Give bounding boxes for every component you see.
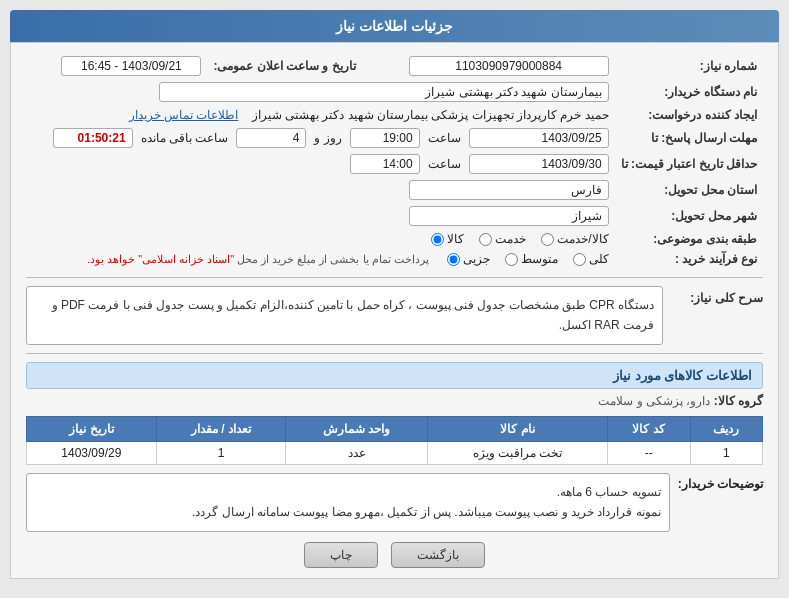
category-label: طبقه بندی موضوعی: xyxy=(615,229,763,249)
cell-name: تخت مراقبت ویژه xyxy=(428,441,607,464)
remaining-label: ساعت باقی مانده xyxy=(141,131,229,145)
purchase-note: پرداخت تمام یا بخشی از مبلغ خرید از محل … xyxy=(87,253,429,266)
col-date: تاریخ نیاز xyxy=(27,416,157,441)
reply-days-input[interactable] xyxy=(236,128,306,148)
description-label: سرح کلی نیاز: xyxy=(673,286,763,305)
category-options: کالا/خدمت خدمت کالا xyxy=(26,229,615,249)
goods-group-row: گروه کالا: دارو، پزشکی و سلامت xyxy=(26,394,763,408)
price-time-label: ساعت xyxy=(428,157,461,171)
purchase-radio-mota[interactable]: متوسط xyxy=(505,252,558,266)
page-title: جزئیات اطلاعات نیاز xyxy=(336,18,453,34)
reply-deadline-label-text: مهلت ارسال پاسخ: تا xyxy=(651,131,757,145)
price-deadline-label-text: حداقل تاریخ اعتبار قیمت: تا xyxy=(621,157,757,171)
datetime-label: تاریخ و ساعت اعلان عمومی: xyxy=(207,53,361,79)
category-radio-kala[interactable]: کالا xyxy=(431,232,464,246)
goods-group-value: دارو، پزشکی و سلامت xyxy=(598,394,710,408)
goods-group-label: گروه کالا: xyxy=(714,394,763,408)
category-radio-kala-khedmat[interactable]: کالا/خدمت xyxy=(541,232,608,246)
price-time-input[interactable] xyxy=(350,154,420,174)
page-wrapper: جزئیات اطلاعات نیاز شماره نیاز: تاریخ و … xyxy=(0,0,789,598)
time-label: ساعت xyxy=(428,131,461,145)
description-text: دستگاه CPR طبق مشخصات جدول فنی پیوست ، ک… xyxy=(26,286,663,345)
cell-unit: عدد xyxy=(286,441,428,464)
reply-remaining-input[interactable] xyxy=(53,128,133,148)
price-date-input[interactable] xyxy=(469,154,609,174)
buyer-notes-line2: نمونه قرارداد خرید و نصب پیوست میباشد. پ… xyxy=(35,502,661,522)
need-number-input[interactable] xyxy=(409,56,609,76)
creator-label: ایجاد کننده درخواست: xyxy=(615,105,763,125)
reply-time-input[interactable] xyxy=(350,128,420,148)
page-header: جزئیات اطلاعات نیاز xyxy=(10,10,779,42)
col-row: ردیف xyxy=(690,416,762,441)
price-deadline-label: حداقل تاریخ اعتبار قیمت: تا xyxy=(615,151,763,177)
purchase-radio-jozei-input[interactable] xyxy=(447,253,460,266)
purchase-radio-koli[interactable]: کلی xyxy=(573,252,609,266)
buyer-org-value xyxy=(26,79,615,105)
creator-text: حمید خرم کارپرداز تجهیزات پزشکی بیمارستا… xyxy=(252,108,609,122)
buyer-notes-line1: تسویه حساب 6 ماهه. xyxy=(35,482,661,502)
city-value xyxy=(26,203,615,229)
purchase-radio-jozei[interactable]: جزیی xyxy=(447,252,490,266)
datetime-input[interactable] xyxy=(61,56,201,76)
buyer-org-label: نام دستگاه خریدار: xyxy=(615,79,763,105)
buyer-notes-text: تسویه حساب 6 ماهه. نمونه قرارداد خرید و … xyxy=(26,473,670,532)
divider1 xyxy=(26,277,763,278)
creator-contact-link[interactable]: اطلاعات تماس خریدار xyxy=(129,108,239,122)
city-label: شهر محل تحویل: xyxy=(615,203,763,229)
purchase-type-row: کلی متوسط جزیی xyxy=(26,249,615,269)
creator-value: حمید خرم کارپرداز تجهیزات پزشکی بیمارستا… xyxy=(26,105,615,125)
col-code: کد کالا xyxy=(607,416,690,441)
category-radio-khedmat-input[interactable] xyxy=(479,233,492,246)
days-label: روز و xyxy=(314,131,341,145)
purchase-type-label: نوع فرآیند خرید : xyxy=(615,249,763,269)
city-input[interactable] xyxy=(409,206,609,226)
print-button[interactable]: چاپ xyxy=(304,542,378,568)
divider2 xyxy=(26,353,763,354)
province-value xyxy=(26,177,615,203)
cell-date: 1403/09/29 xyxy=(27,441,157,464)
table-row: 1--تخت مراقبت ویژهعدد11403/09/29 xyxy=(27,441,763,464)
category-radio-kala-khedmat-input[interactable] xyxy=(541,233,554,246)
category-radio-khedmat[interactable]: خدمت xyxy=(479,232,526,246)
buyer-notes-section: توضیحات خریدار: تسویه حساب 6 ماهه. نمونه… xyxy=(26,473,763,532)
main-content: شماره نیاز: تاریخ و ساعت اعلان عمومی: نا… xyxy=(10,42,779,579)
back-button[interactable]: بازگشت xyxy=(391,542,485,568)
goods-table: ردیف کد کالا نام کالا واحد شمارش تعداد /… xyxy=(26,416,763,465)
col-qty: تعداد / مقدار xyxy=(156,416,286,441)
info-table: شماره نیاز: تاریخ و ساعت اعلان عمومی: نا… xyxy=(26,53,763,269)
datetime-value xyxy=(26,53,207,79)
need-number-value xyxy=(362,53,615,79)
reply-deadline-row: ساعت روز و ساعت باقی مانده xyxy=(26,125,615,151)
cell-row: 1 xyxy=(690,441,762,464)
price-deadline-row: ساعت xyxy=(26,151,615,177)
need-number-label: شماره نیاز: xyxy=(615,53,763,79)
cell-qty: 1 xyxy=(156,441,286,464)
reply-date-input[interactable] xyxy=(469,128,609,148)
buyer-notes-label: توضیحات خریدار: xyxy=(678,473,763,491)
province-input[interactable] xyxy=(409,180,609,200)
col-name: نام کالا xyxy=(428,416,607,441)
col-unit: واحد شمارش xyxy=(286,416,428,441)
cell-code: -- xyxy=(607,441,690,464)
buyer-org-input[interactable] xyxy=(159,82,609,102)
purchase-radio-mota-input[interactable] xyxy=(505,253,518,266)
category-radio-kala-input[interactable] xyxy=(431,233,444,246)
goods-section-title: اطلاعات کالاهای مورد نیاز xyxy=(26,362,763,389)
reply-deadline-label: مهلت ارسال پاسخ: تا xyxy=(615,125,763,151)
description-section: سرح کلی نیاز: دستگاه CPR طبق مشخصات جدول… xyxy=(26,286,763,345)
purchase-radio-koli-input[interactable] xyxy=(573,253,586,266)
bottom-buttons: بازگشت چاپ xyxy=(26,542,763,568)
province-label: استان محل تحویل: xyxy=(615,177,763,203)
